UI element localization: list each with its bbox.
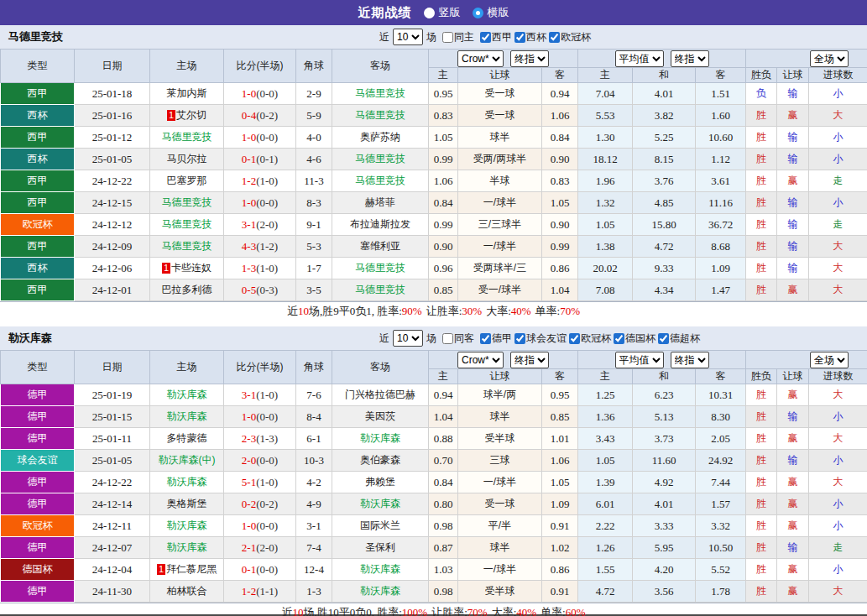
result-handicap: 赢: [777, 493, 809, 515]
away-team: 奥萨苏纳: [332, 127, 429, 149]
league-checkbox-input[interactable]: [514, 333, 525, 344]
handicap-odds-away: 0.84: [542, 127, 578, 149]
match-date: 24-12-04: [75, 559, 150, 581]
away-team: 赫塔菲: [332, 192, 429, 214]
result-handicap: 输: [777, 127, 809, 149]
league-checkbox-bundesliga[interactable]: 德甲: [474, 331, 512, 346]
league-label: 德甲: [492, 331, 512, 346]
same-venue-checkbox[interactable]: 同客: [436, 331, 474, 346]
league-checkbox-friendly[interactable]: 球会友谊: [512, 331, 567, 346]
summary-text: 大率:: [492, 605, 517, 616]
half-time-score: (1-3): [256, 432, 278, 445]
handicap-odds-home: 0.95: [429, 83, 458, 105]
team-name-text: 勒沃库森: [167, 541, 207, 553]
away-team: 布拉迪斯拉发: [332, 214, 429, 236]
handicap-line: 受两/两球半: [458, 149, 542, 170]
col-type: 类型: [1, 50, 75, 83]
home-team: 多特蒙德: [150, 428, 224, 450]
radio-vertical-layout[interactable]: 竖版: [424, 5, 461, 20]
league-checkbox-dfb-pokal[interactable]: 德国杯: [611, 331, 655, 346]
league-label: 欧冠杯: [581, 331, 611, 346]
odds-provider-select[interactable]: Crow*: [457, 352, 504, 368]
avg-odds-draw: 9.33: [633, 258, 696, 279]
radio-horizontal-layout[interactable]: 横版: [473, 5, 509, 20]
avg-odds-draw: 5.25: [633, 127, 696, 149]
handicap-odds-away: 1.09: [542, 493, 578, 515]
same-venue-checkbox[interactable]: 同主: [436, 30, 474, 44]
team-name-text: 奥伯豪森: [360, 454, 400, 466]
average-stage-select[interactable]: 终指: [671, 50, 709, 67]
away-team: 弗赖堡: [332, 472, 429, 493]
competition-badge: 德甲: [1, 406, 75, 428]
table-header: 类型 日期 主场 比分(半场) 角球 客场 Crow* 终指 平均值 终指: [1, 351, 867, 384]
handicap-line: 平/半: [458, 515, 542, 537]
result-handicap: 赢: [777, 170, 809, 192]
match-date: 24-12-01: [75, 279, 150, 301]
league-checkbox-input[interactable]: [614, 333, 624, 344]
average-stage-select[interactable]: 终指: [671, 352, 709, 368]
half-time-score: (1-1): [256, 585, 278, 598]
summary-value: 90%: [402, 305, 422, 318]
result-outcome: 胜: [746, 537, 777, 559]
table-row: 德甲24-11-30柏林联合1-2(1-1)1-3勒沃库森0.98受半球0.91…: [1, 581, 867, 603]
league-checkbox-ucl[interactable]: 欧冠杯: [567, 331, 611, 346]
full-time-score: 2-1: [242, 541, 256, 554]
league-checkbox-laliga[interactable]: 西甲: [474, 30, 512, 44]
league-checkbox-input[interactable]: [480, 333, 491, 344]
team-name-text: 多特蒙德: [167, 432, 207, 444]
filter-controls: 近 10 场 同主 西甲 西杯 欧冠杯: [379, 29, 591, 45]
corner-score: 4-9: [296, 493, 332, 515]
league-label: 西杯: [526, 30, 546, 44]
league-checkbox-input[interactable]: [569, 333, 580, 344]
league-checkbox-copa[interactable]: 西杯: [512, 30, 546, 44]
score-cell: 2-3(1-3): [224, 428, 296, 450]
match-date: 25-01-05: [75, 450, 150, 472]
same-venue-label: 同客: [454, 331, 474, 346]
avg-odds-away: 11.16: [696, 192, 746, 214]
same-venue-checkbox-input[interactable]: [442, 333, 453, 344]
result-handicap: 赢: [777, 515, 809, 537]
avg-odds-draw: 3.33: [633, 515, 696, 537]
competition-badge: 欧冠杯: [1, 515, 75, 537]
league-checkbox-input[interactable]: [549, 32, 560, 43]
subcol-handicap: 让球: [458, 369, 542, 384]
team-name-text: 奥格斯堡: [167, 498, 207, 509]
scope-select[interactable]: 全场: [810, 50, 849, 67]
odds-stage-select[interactable]: 终指: [510, 50, 549, 67]
league-checkbox-input[interactable]: [658, 333, 669, 344]
full-time-score: 0-5: [242, 284, 256, 296]
col-home: 主场: [150, 50, 224, 83]
handicap-odds-home: 0.87: [429, 537, 458, 559]
subcol-outcome: 胜负: [746, 68, 777, 83]
score-cell: 1-0(0-0): [224, 406, 296, 428]
team-name-text: 勒沃库森: [360, 563, 400, 575]
league-checkbox-ucl[interactable]: 欧冠杯: [546, 30, 591, 44]
odds-stage-select[interactable]: 终指: [510, 352, 549, 368]
league-checkbox-supercup[interactable]: 德超杯: [655, 331, 700, 346]
subcol-avg-draw: 和: [633, 68, 696, 83]
subcol-handicap: 让球: [458, 68, 542, 83]
competition-badge: 西甲: [1, 127, 75, 149]
full-time-score: 0-4: [242, 109, 256, 122]
match-count-select[interactable]: 10: [393, 29, 423, 45]
match-count-select[interactable]: 10: [393, 330, 423, 347]
avg-odds-draw: 11.60: [633, 450, 696, 472]
team-name-text: 拜仁慕尼黑: [166, 563, 217, 575]
average-select[interactable]: 平均值: [615, 352, 664, 368]
radio-selected-icon: [473, 8, 483, 18]
league-checkbox-input[interactable]: [480, 32, 491, 43]
games-label: 场: [426, 30, 436, 44]
odds-provider-select[interactable]: Crow*: [457, 50, 504, 67]
score-cell: 0-1(0-0): [224, 559, 296, 581]
average-select[interactable]: 平均值: [615, 50, 664, 67]
handicap-odds-home: 0.96: [429, 258, 458, 279]
results-rows: 德甲25-01-19勒沃库森3-1(1-0)7-6门兴格拉德巴赫0.94球半/两…: [1, 384, 867, 603]
full-time-score: 0-1: [242, 153, 256, 165]
same-venue-checkbox-input[interactable]: [442, 32, 453, 43]
league-checkbox-input[interactable]: [514, 32, 525, 43]
result-goals: 小: [809, 149, 867, 170]
scope-select[interactable]: 全场: [810, 352, 849, 368]
result-handicap: 赢: [777, 279, 809, 301]
result-goals: 大: [809, 279, 867, 301]
full-time-score: 1-0: [242, 87, 256, 100]
